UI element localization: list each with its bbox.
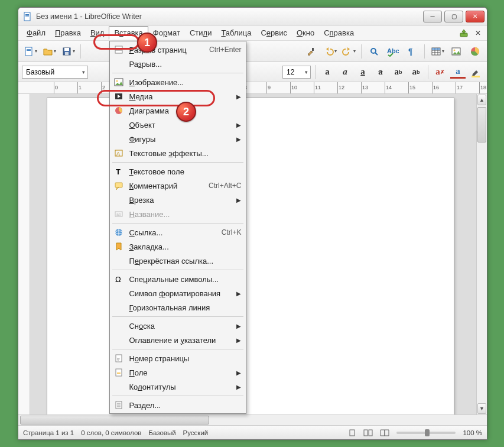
insert-chart-button[interactable] (467, 43, 483, 60)
formatting-marks-button[interactable]: ¶ (404, 43, 420, 60)
open-button[interactable] (41, 43, 57, 60)
scroll-up-button[interactable]: ▲ (477, 95, 486, 105)
insert-image-button[interactable] (448, 43, 464, 60)
menu-item-закладка-[interactable]: Закладка... (110, 239, 246, 254)
close-button[interactable]: ✕ (466, 11, 485, 22)
minimize-button[interactable]: ─ (423, 11, 442, 22)
clear-format-button[interactable]: a✗ (433, 65, 448, 79)
menu-item-врезка[interactable]: Врезка▶ (110, 193, 246, 207)
caption-icon: ab (112, 209, 125, 219)
highlight-button[interactable] (468, 65, 483, 79)
svg-text:A: A (116, 151, 120, 157)
page[interactable] (47, 98, 454, 414)
menu-item-объект[interactable]: Объект▶ (110, 118, 246, 132)
menu-file[interactable]: Файл (22, 27, 50, 39)
undo-button[interactable] (321, 43, 338, 60)
scroll-thumb-v[interactable] (477, 107, 486, 142)
view-multi-icon[interactable] (363, 429, 373, 436)
italic-button[interactable]: a (337, 65, 353, 79)
menu-insert[interactable]: Вставка Разрыв страницCtrl+EnterРазрыв..… (109, 26, 148, 40)
font-size-combo[interactable]: 12 (282, 66, 311, 79)
scroll-down-button[interactable]: ▼ (477, 403, 486, 414)
submenu-arrow-icon: ▶ (236, 323, 241, 329)
menu-item-ссылка-[interactable]: Ссылка...Ctrl+K (110, 225, 246, 239)
horizontal-scrollbar[interactable] (18, 414, 487, 425)
menu-edit[interactable]: Правка (50, 27, 86, 39)
underline-button[interactable]: a (355, 65, 370, 79)
menu-item-текстовые-эффекты-[interactable]: AТекстовые эффекты... (110, 146, 246, 160)
menu-item-разрыв-[interactable]: Разрыв... (110, 57, 246, 71)
menu-styles[interactable]: Стили (185, 27, 216, 39)
menu-item-текстовое-поле[interactable]: TТекстовое поле (110, 164, 246, 179)
menu-item-разрыв-страниц[interactable]: Разрыв страницCtrl+Enter (110, 43, 246, 57)
subscript-button[interactable]: ab (408, 65, 424, 79)
status-lang[interactable]: Русский (183, 429, 209, 436)
svg-rect-29 (25, 47, 32, 56)
close-doc-button[interactable]: ✕ (473, 28, 483, 38)
zoom-slider[interactable] (396, 432, 456, 434)
menu-item-поле[interactable]: Поле▶ (110, 365, 246, 380)
view-book-icon[interactable] (380, 429, 389, 436)
svg-rect-4 (115, 46, 122, 49)
blank-icon (112, 288, 125, 299)
svg-rect-2 (25, 15, 29, 16)
menu-format[interactable]: Формат (148, 27, 185, 39)
status-style[interactable]: Базовый (148, 429, 175, 436)
menu-item-оглавление-и-указатели[interactable]: Оглавление и указатели▶ (110, 333, 246, 347)
update-icon[interactable] (459, 28, 469, 38)
save-button[interactable] (60, 43, 76, 60)
status-zoom[interactable]: 100 % (463, 429, 482, 436)
spellcheck-button[interactable]: Abc (385, 43, 401, 60)
application-window: Без имени 1 - LibreOffice Writer ─ ▢ ✕ Ф… (18, 7, 487, 440)
menu-item-label: Комментарий (129, 182, 177, 190)
superscript-button[interactable]: ab (391, 65, 406, 79)
strike-button[interactable]: a (373, 65, 388, 79)
redo-button[interactable] (340, 43, 357, 60)
menu-item-диаграмма[interactable]: Диаграмма (110, 103, 246, 118)
menu-item-номер-страницы[interactable]: #Номер страницы (110, 351, 246, 365)
menu-item-label: Закладка... (129, 242, 168, 251)
menu-item-горизонтальная-линия[interactable]: Горизонтальная линия (110, 300, 246, 315)
menu-item-label: Оглавление и указатели (129, 336, 216, 345)
menu-table[interactable]: Таблица (216, 27, 256, 39)
find-button[interactable] (366, 43, 382, 60)
svg-rect-13 (115, 183, 122, 187)
menu-item-изображение-[interactable]: Изображение... (110, 75, 246, 89)
svg-line-37 (375, 53, 378, 55)
vertical-scrollbar[interactable]: ▲ ▼ (476, 94, 487, 414)
menu-view[interactable]: Вид (86, 27, 109, 39)
menu-item-специальные-символы-[interactable]: ΩСпециальные символы... (110, 272, 246, 286)
menu-item-раздел-[interactable]: Раздел... (110, 398, 246, 412)
menu-item-перекрёстная-ссылка-[interactable]: Перекрёстная ссылка... (110, 254, 246, 268)
menu-item-label: Медиа (129, 92, 152, 101)
menu-item-комментарий[interactable]: КомментарийCtrl+Alt+C (110, 179, 246, 193)
menu-item-символ-форматирования[interactable]: Символ форматирования▶ (110, 286, 246, 300)
svg-rect-50 (350, 430, 355, 436)
status-words[interactable]: 0 слов, 0 символов (81, 429, 141, 436)
maximize-button[interactable]: ▢ (444, 11, 463, 22)
new-doc-button[interactable] (22, 43, 38, 60)
pagebreak-icon (112, 44, 125, 55)
menu-item-label: Текстовые эффекты... (129, 149, 208, 158)
paintbrush-button[interactable] (303, 43, 319, 60)
section-icon (112, 400, 125, 410)
svg-text:¶: ¶ (408, 47, 413, 56)
menu-help[interactable]: Справка (319, 27, 359, 39)
menu-tools[interactable]: Сервис (256, 27, 292, 39)
paragraph-style-combo[interactable]: Базовый (22, 66, 88, 79)
view-single-icon[interactable] (348, 429, 356, 436)
document-area[interactable] (30, 94, 476, 414)
vertical-ruler[interactable] (18, 94, 30, 414)
bold-button[interactable]: a (320, 65, 335, 79)
status-page[interactable]: Страница 1 из 1 (23, 429, 74, 436)
menu-window[interactable]: Окно (292, 27, 319, 39)
menu-item-колонтитулы[interactable]: Колонтитулы▶ (110, 380, 246, 394)
workspace: ▲ ▼ (18, 94, 487, 414)
menu-item-фигуры[interactable]: Фигуры▶ (110, 132, 246, 146)
menu-item-сноска[interactable]: Сноска▶ (110, 319, 246, 333)
insert-table-button[interactable] (429, 43, 446, 60)
font-color-button[interactable]: a (450, 66, 466, 79)
scroll-thumb-h[interactable] (20, 416, 209, 425)
menu-item-медиа[interactable]: Медиа▶ (110, 89, 246, 103)
horizontal-ruler[interactable]: 0123456789101112131415161718 (18, 82, 487, 94)
